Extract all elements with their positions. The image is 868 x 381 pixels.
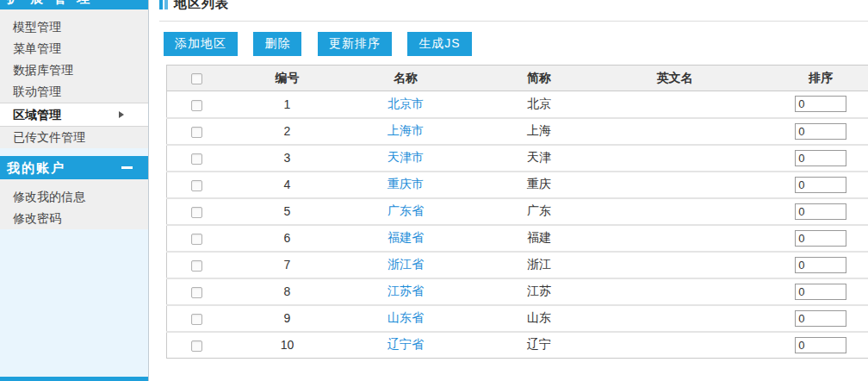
delete-button[interactable]: 删除 — [253, 32, 301, 56]
cell-english-name — [615, 91, 735, 118]
sidebar-item-uploaded-files-management[interactable]: 已传文件管理 — [0, 127, 148, 148]
cell-no: 2 — [227, 118, 348, 145]
page-title-bar: 地区列表 — [159, 0, 868, 11]
table-row: 8 江苏省 江苏 — [167, 278, 868, 305]
row-checkbox[interactable] — [191, 207, 202, 218]
region-name-link[interactable]: 北京市 — [388, 97, 424, 110]
cell-english-name — [615, 305, 735, 332]
cell-no: 3 — [227, 145, 348, 172]
cell-no: 9 — [227, 305, 348, 332]
sidebar-item-database-management[interactable]: 数据库管理 — [0, 59, 148, 81]
row-checkbox[interactable] — [191, 314, 202, 325]
title-bars-icon — [164, 0, 168, 9]
row-checkbox[interactable] — [191, 180, 202, 191]
sort-input[interactable] — [795, 96, 846, 112]
sort-input[interactable] — [795, 203, 846, 220]
cell-no: 10 — [227, 332, 348, 359]
cell-short-name: 辽宁 — [464, 332, 615, 359]
sort-input[interactable] — [795, 123, 846, 140]
sidebar-section-header-extensions-label: 扩展管理 — [7, 0, 100, 9]
table-row: 4 重庆市 重庆 — [167, 172, 868, 198]
sort-input[interactable] — [795, 230, 846, 247]
update-sort-button[interactable]: 更新排序 — [318, 32, 392, 56]
region-name-link[interactable]: 辽宁省 — [388, 337, 424, 351]
cell-short-name: 上海 — [464, 118, 615, 145]
sidebar-section-header-extensions[interactable]: 扩展管理 — [0, 0, 148, 9]
row-checkbox[interactable] — [191, 153, 202, 165]
sort-input[interactable] — [795, 337, 846, 353]
cell-short-name: 天津 — [464, 145, 615, 172]
sidebar-section-header-my-account-label: 我的账户 — [7, 160, 65, 175]
cell-no: 1 — [227, 91, 348, 118]
sidebar-item-menu-management[interactable]: 菜单管理 — [0, 38, 148, 59]
cell-english-name — [615, 225, 735, 252]
menu-spacer — [0, 179, 148, 186]
cell-english-name — [615, 198, 735, 225]
sidebar-section-header-my-account[interactable]: 我的账户 — [0, 156, 148, 179]
cell-short-name: 重庆 — [464, 172, 615, 198]
page-title: 地区列表 — [174, 0, 229, 11]
sort-input[interactable] — [795, 177, 846, 193]
row-checkbox[interactable] — [191, 127, 202, 138]
table-header-row: 编号 名称 简称 英文名 排序 — [167, 66, 868, 91]
table-row: 10 辽宁省 辽宁 — [167, 332, 868, 359]
sidebar-menu-extensions: 模型管理 菜单管理 数据库管理 联动管理 区域管理 已传文件管理 — [0, 9, 148, 148]
cell-no: 7 — [227, 252, 348, 278]
column-header-name: 名称 — [348, 66, 464, 91]
cell-short-name: 江苏 — [464, 278, 615, 305]
sidebar-item-model-management[interactable]: 模型管理 — [0, 16, 148, 38]
sidebar-menu-my-account: 修改我的信息 修改密码 — [0, 179, 148, 229]
region-name-link[interactable]: 上海市 — [388, 123, 424, 137]
column-header-no: 编号 — [227, 66, 348, 91]
sidebar-item-linkage-management[interactable]: 联动管理 — [0, 81, 148, 103]
row-checkbox[interactable] — [191, 340, 202, 352]
row-checkbox[interactable] — [191, 100, 202, 111]
table-row: 6 福建省 福建 — [167, 225, 868, 252]
sidebar: 扩展管理 模型管理 菜单管理 数据库管理 联动管理 区域管理 已传文件管理 我的… — [0, 0, 149, 381]
cell-english-name — [615, 252, 735, 278]
sidebar-item-region-management[interactable]: 区域管理 — [0, 103, 148, 127]
cell-no: 8 — [227, 278, 348, 305]
cell-short-name: 浙江 — [464, 252, 615, 278]
title-divider — [159, 21, 868, 22]
cell-english-name — [615, 172, 735, 198]
table-row: 7 浙江省 浙江 — [167, 252, 868, 278]
row-checkbox[interactable] — [191, 260, 202, 272]
region-name-link[interactable]: 山东省 — [388, 310, 424, 324]
sidebar-item-change-password[interactable]: 修改密码 — [0, 208, 148, 229]
menu-spacer — [0, 9, 148, 16]
title-bars-icon — [159, 0, 163, 9]
region-name-link[interactable]: 天津市 — [388, 150, 424, 164]
table-row: 1 北京市 北京 — [167, 91, 868, 118]
generate-js-button[interactable]: 生成JS — [407, 32, 471, 56]
cell-english-name — [615, 145, 735, 172]
sidebar-section-header-cutoff[interactable] — [0, 377, 148, 381]
cell-english-name — [615, 332, 735, 359]
add-region-button[interactable]: 添加地区 — [164, 32, 238, 56]
table-row: 2 上海市 上海 — [167, 118, 868, 145]
sort-input[interactable] — [795, 310, 846, 327]
collapse-minus-icon — [121, 166, 133, 169]
region-name-link[interactable]: 福建省 — [388, 230, 424, 244]
toolbar: 添加地区 删除 更新排序 生成JS — [164, 32, 868, 56]
cell-short-name: 北京 — [464, 91, 615, 118]
cell-no: 4 — [227, 172, 348, 198]
region-name-link[interactable]: 广东省 — [388, 203, 424, 217]
select-all-checkbox[interactable] — [191, 73, 202, 84]
region-name-link[interactable]: 重庆市 — [388, 177, 424, 190]
sort-input[interactable] — [795, 150, 846, 166]
region-name-link[interactable]: 江苏省 — [388, 284, 424, 297]
region-name-link[interactable]: 浙江省 — [388, 257, 424, 271]
cell-english-name — [615, 118, 735, 145]
cell-short-name: 山东 — [464, 305, 615, 332]
sidebar-item-edit-my-info[interactable]: 修改我的信息 — [0, 186, 148, 208]
sidebar-item-region-management-label: 区域管理 — [13, 108, 61, 122]
column-header-short-name: 简称 — [464, 66, 615, 91]
table-row: 9 山东省 山东 — [167, 305, 868, 332]
column-header-sort: 排序 — [735, 66, 868, 91]
row-checkbox[interactable] — [191, 234, 202, 245]
row-checkbox[interactable] — [191, 287, 202, 298]
sort-input[interactable] — [795, 284, 846, 300]
submenu-arrow-icon — [119, 111, 124, 118]
sort-input[interactable] — [795, 257, 846, 273]
